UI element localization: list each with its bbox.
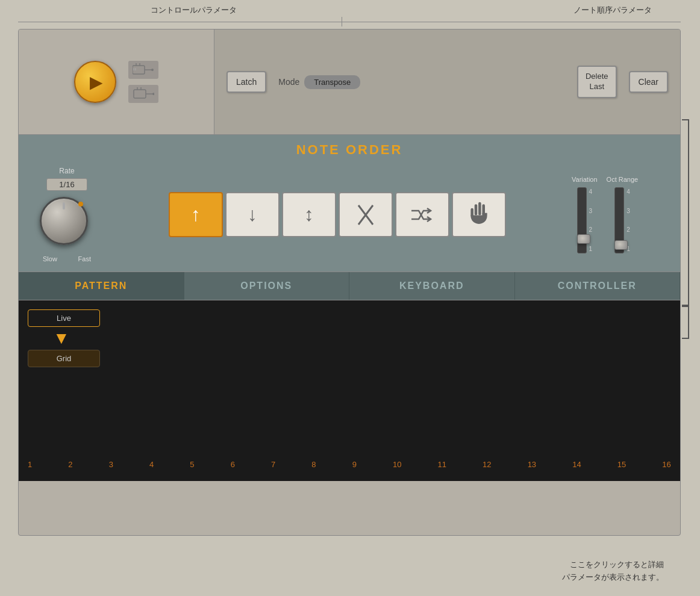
svg-rect-16: [475, 204, 478, 215]
grid-num-16: 16: [662, 460, 670, 469]
tab-controller[interactable]: CONTROLLER: [515, 272, 681, 300]
midi-icons: [128, 61, 158, 103]
grid-num-1: 1: [28, 460, 32, 469]
grid-num-5: 5: [190, 460, 194, 469]
variation-val-4: 4: [589, 188, 593, 195]
note-order-title: NOTE ORDER: [31, 142, 668, 158]
oct-range-val-4: 4: [627, 188, 630, 195]
note-btn-down[interactable]: ↓: [225, 192, 280, 237]
grid-num-12: 12: [483, 460, 491, 469]
note-btn-random[interactable]: [395, 192, 449, 237]
svg-line-15: [366, 215, 373, 225]
grid-button[interactable]: Grid: [28, 350, 100, 367]
midi-icon-top: [128, 61, 158, 79]
slow-label: Slow: [43, 255, 57, 262]
mode-value: Transpose: [304, 75, 360, 89]
grid-num-11: 11: [438, 460, 446, 469]
svg-rect-17: [478, 202, 481, 215]
main-container: Latch Mode Transpose Delete Last Clear N…: [18, 29, 681, 536]
variation-val-1: 1: [589, 246, 593, 252]
annotation-bottom: ここをクリックすると詳細 パラメータが表示されます。: [562, 559, 664, 584]
bracket-tabs: [682, 306, 689, 339]
pattern-section: Live ▼ Grid 1 2 3 4 5 6 7 8 9 10 11 12 1…: [19, 300, 680, 481]
oct-range-val-2: 2: [627, 226, 630, 233]
variation-label: Variation: [572, 176, 598, 183]
tab-options[interactable]: OPTIONS: [184, 272, 350, 300]
grid-num-13: 13: [528, 460, 536, 469]
bracket-note-order: [682, 119, 689, 306]
grid-num-14: 14: [572, 460, 581, 469]
live-button[interactable]: Live: [28, 309, 100, 327]
tab-keyboard[interactable]: KEYBOARD: [349, 272, 515, 300]
slow-fast-labels: Slow Fast: [43, 255, 91, 262]
grid-num-2: 2: [68, 460, 72, 469]
note-btn-converge[interactable]: [339, 192, 393, 237]
tab-content-pattern: Live ▼ Grid 1 2 3 4 5 6 7 8 9 10 11 12 1…: [19, 300, 680, 481]
note-order-section: NOTE ORDER Rate 1/16 Slow Fast ↑: [19, 135, 680, 272]
left-controls: [19, 29, 214, 134]
note-btn-hand[interactable]: [452, 192, 506, 237]
svg-rect-7: [134, 90, 146, 98]
variation-val-2: 2: [589, 226, 593, 233]
oct-range-slider-group: Oct Range 4 3 2 1: [607, 176, 639, 253]
note-btn-up-down[interactable]: ↕: [282, 192, 336, 237]
svg-rect-0: [133, 66, 145, 74]
delete-last-button[interactable]: Delete Last: [577, 66, 617, 98]
tab-pattern[interactable]: PATTERN: [19, 272, 184, 300]
midi-icon-bottom: [128, 85, 158, 103]
grid-num-9: 9: [352, 460, 357, 469]
grid-num-8: 8: [311, 460, 316, 469]
sliders-section: Variation 4 3 2 1: [572, 176, 668, 253]
svg-point-9: [152, 93, 154, 95]
arrow-down-icon: ▼: [28, 329, 671, 348]
grid-num-15: 15: [617, 460, 626, 469]
fast-label: Fast: [78, 255, 91, 262]
annotation-note-order-params: ノート順序パラメータ: [573, 5, 652, 16]
svg-point-2: [151, 69, 154, 71]
rate-label: Rate: [59, 167, 74, 175]
mode-group: Mode Transpose: [278, 75, 565, 89]
svg-line-14: [358, 215, 366, 225]
rate-value: 1/16: [46, 178, 87, 191]
variation-val-3: 3: [589, 208, 593, 214]
tabs-section: PATTERN OPTIONS KEYBOARD CONTROLLER: [19, 272, 680, 300]
grid-num-3: 3: [109, 460, 113, 469]
latch-button[interactable]: Latch: [227, 71, 266, 93]
grid-num-6: 6: [231, 460, 235, 469]
variation-slider-group: Variation 4 3 2 1: [572, 176, 598, 253]
play-button[interactable]: [74, 61, 116, 103]
top-section: Latch Mode Transpose Delete Last Clear: [19, 29, 680, 135]
note-btn-up[interactable]: ↑: [169, 192, 223, 237]
grid-numbers: 1 2 3 4 5 6 7 8 9 10 11 12 13 14 15 16: [28, 460, 671, 469]
rate-section: Rate 1/16 Slow Fast: [31, 167, 103, 262]
grid-num-4: 4: [149, 460, 154, 469]
note-order-content: Rate 1/16 Slow Fast ↑ ↓: [31, 167, 668, 262]
knob-container: [40, 197, 94, 251]
annotation-controller-params: コントロールパラメータ: [151, 5, 237, 16]
oct-range-val-3: 3: [627, 208, 630, 214]
right-controls: Latch Mode Transpose Delete Last Clear: [214, 29, 680, 134]
vertical-divider: [342, 17, 342, 26]
rate-knob[interactable]: [40, 197, 88, 245]
oct-range-label: Oct Range: [607, 176, 639, 183]
variation-thumb[interactable]: [577, 234, 590, 244]
svg-line-13: [366, 205, 373, 215]
oct-range-thumb[interactable]: [614, 240, 628, 250]
clear-button[interactable]: Clear: [629, 71, 668, 93]
mode-label: Mode: [278, 77, 299, 87]
grid-num-10: 10: [393, 460, 401, 469]
grid-num-7: 7: [271, 460, 275, 469]
knob-indicator: [78, 202, 83, 206]
note-buttons: ↑ ↓ ↕: [115, 192, 560, 237]
svg-line-12: [358, 205, 366, 215]
top-divider: [18, 22, 681, 22]
